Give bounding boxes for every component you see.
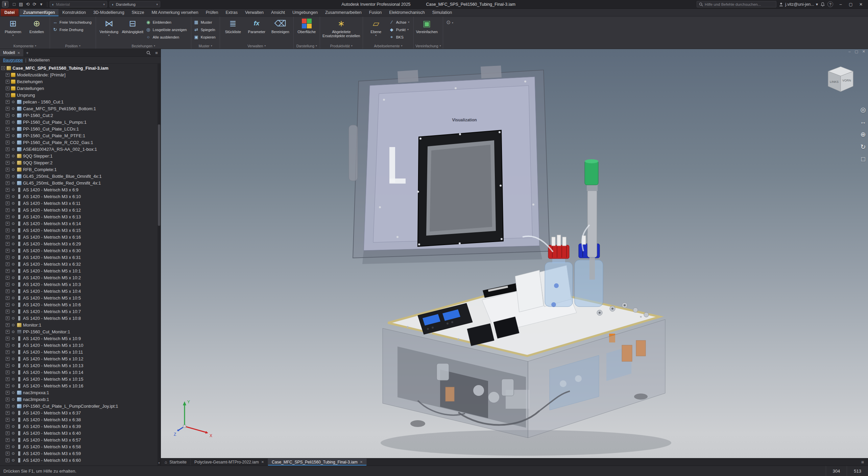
undo-icon[interactable]: ⟲: [24, 2, 31, 7]
app-menu-icon[interactable]: I: [2, 1, 8, 7]
ribbon-tab-ansicht[interactable]: Ansicht: [267, 9, 289, 16]
expand-icon[interactable]: +: [6, 384, 9, 388]
browser-node[interactable]: +⊙Case_MFC_SPS_Peli1560_Bottom:1: [6, 105, 157, 112]
browser-node[interactable]: +⊙AS 1420 - Metrisch M3 x 6:58: [6, 443, 157, 450]
ribbon-button-verbindung[interactable]: ⋈Verbindung▾: [98, 17, 120, 43]
expand-icon[interactable]: +: [6, 201, 9, 205]
expand-icon[interactable]: +: [6, 377, 9, 381]
close-icon[interactable]: ✕: [17, 51, 20, 55]
browser-node[interactable]: +Modellzustände: [Primär]: [6, 71, 157, 78]
expand-icon[interactable]: +: [6, 269, 9, 273]
browser-node[interactable]: +Ursprung: [6, 92, 157, 98]
ribbon-button-freie-drehung[interactable]: ↻Freie Drehung: [52, 26, 94, 33]
expand-icon[interactable]: +: [6, 161, 9, 165]
notification-bell-icon[interactable]: [820, 2, 825, 7]
browser-node[interactable]: +⊙AS 1420 - Metrisch M3 x 6:11: [6, 200, 157, 207]
browser-node[interactable]: +⊙AS 1420 - Metrisch M3 x 6:10: [6, 193, 157, 200]
expand-icon[interactable]: +: [6, 323, 9, 327]
ribbon-tab-konstruktion[interactable]: Konstruktion: [58, 9, 89, 16]
browser-node[interactable]: +⊙AS 1420 - Metrisch M5 x 10:3: [6, 281, 157, 288]
browser-node[interactable]: +⊙AS 1420 - Metrisch M5 x 10:14: [6, 369, 157, 376]
browser-node[interactable]: +⊙GL45_250mL_Bottle_Blue_Omnifit_4x:1: [6, 173, 157, 180]
expand-icon[interactable]: +: [6, 337, 9, 340]
expand-icon[interactable]: +: [6, 364, 9, 367]
doc-tab-polyclave-gesamt-mtpro-2022-iam[interactable]: Polyclave-Gesamt-MTPro-2022.iam✕: [191, 458, 268, 466]
ribbon-tab-datei[interactable]: Datei: [1, 9, 19, 16]
lid-monitor-screen[interactable]: [417, 130, 503, 246]
browser-node[interactable]: +⊙AS 1420 - Metrisch M3 x 6:39: [6, 423, 157, 430]
ribbon-tab-extras[interactable]: Extras: [222, 9, 241, 16]
browser-node[interactable]: +⊙PP-1560_Cut_Plate_R_CO2_Gas:1: [6, 139, 157, 146]
ribbon-overflow-menu[interactable]: ⊙▾: [443, 17, 457, 49]
model-3d-scene[interactable]: Visualization: [161, 49, 868, 458]
browser-node[interactable]: +⊙AS 1420 - Metrisch M3 x 6:32: [6, 261, 157, 267]
expand-icon[interactable]: +: [6, 73, 9, 77]
ribbon-group-label-komponente[interactable]: Komponente▾: [2, 43, 48, 49]
browser-node[interactable]: +⊙PP-1560_Cut_Plate_LCDs:1: [6, 125, 157, 132]
browser-node[interactable]: +⊙9QQ Stepper:2: [6, 159, 157, 166]
browser-node[interactable]: +⊙nac3mpxxb:1: [6, 396, 157, 403]
expand-icon[interactable]: +: [6, 458, 9, 462]
ribbon-button-spiegeln[interactable]: ⇄Spiegeln: [193, 26, 218, 33]
expand-icon[interactable]: +: [6, 93, 9, 97]
browser-node[interactable]: +⊙AS 1420 - Metrisch M5 x 10:15: [6, 376, 157, 382]
expand-icon[interactable]: +: [6, 371, 9, 374]
expand-icon[interactable]: +: [6, 391, 9, 395]
ribbon-button-ebene[interactable]: ▱Ebene▾: [365, 17, 387, 43]
expand-icon[interactable]: +: [6, 141, 9, 144]
browser-node[interactable]: +⊙AS 1420 - Metrisch M3 x 6:9: [6, 186, 157, 193]
browser-scrollbar[interactable]: ▾: [158, 64, 161, 466]
expand-icon[interactable]: +: [6, 316, 9, 320]
ribbon-button-punkt[interactable]: ◆Punkt▾: [388, 26, 412, 33]
expand-icon[interactable]: +: [6, 249, 9, 253]
ribbon-group-label-produktivit-t[interactable]: Produktivität▾: [322, 43, 361, 49]
ribbon-button-alle-ausblenden[interactable]: ○Alle ausblenden: [145, 33, 189, 41]
browser-node[interactable]: +⊙AS 1420 - Metrisch M5 x 10:4: [6, 288, 157, 294]
expand-icon[interactable]: +: [6, 188, 9, 192]
close-button[interactable]: ✕: [856, 0, 866, 8]
viewface-icon[interactable]: □: [861, 156, 865, 163]
expand-icon[interactable]: +: [6, 425, 9, 428]
doc-minimize-button[interactable]: –: [848, 49, 850, 54]
ribbon-button-achse[interactable]: ∕Achse▾: [388, 19, 412, 26]
browser-subtab-modellieren[interactable]: Modellieren: [29, 58, 50, 63]
ribbon-button-vereinfachen[interactable]: ▣Vereinfachen: [415, 17, 438, 43]
browser-root-node[interactable]: −Case_MFC_SPS_Peli1560_Tubing_Final-3.ia…: [1, 65, 157, 71]
doc-tab-startseite[interactable]: ⌂Startseite: [161, 458, 191, 466]
browser-node[interactable]: +⊙AS 1420 - Metrisch M5 x 10:2: [6, 274, 157, 281]
ribbon-button-oberfl-che[interactable]: Oberfläche: [295, 17, 318, 43]
scroll-down-icon[interactable]: ▾: [158, 461, 161, 466]
ribbon-tab-simulation[interactable]: Simulation: [429, 9, 456, 16]
expand-icon[interactable]: +: [6, 398, 9, 401]
ribbon-group-label-beziehungen[interactable]: Beziehungen▾: [98, 43, 189, 49]
expand-icon[interactable]: +: [6, 343, 9, 347]
ribbon-tab-zusammenf-gen[interactable]: Zusammenfügen: [20, 9, 59, 16]
collapse-icon[interactable]: −: [1, 66, 5, 70]
expand-icon[interactable]: +: [6, 431, 9, 435]
expand-icon[interactable]: +: [6, 283, 9, 286]
browser-node[interactable]: +⊙AS 1420 - Metrisch M3 x 6:12: [6, 207, 157, 213]
browser-tab-modell[interactable]: Modell ✕: [0, 49, 23, 56]
new-file-icon[interactable]: □: [11, 2, 18, 7]
expand-icon[interactable]: +: [6, 330, 9, 334]
orbit-icon[interactable]: ↻: [861, 143, 866, 151]
browser-node[interactable]: +⊙AS 1420 - Metrisch M5 x 10:12: [6, 355, 157, 362]
browser-node[interactable]: +⊙AS 1420 - Metrisch M3 x 6:13: [6, 213, 157, 220]
expand-icon[interactable]: +: [6, 147, 9, 151]
ribbon-group-label-position[interactable]: Position▾: [52, 43, 94, 49]
browser-node[interactable]: +⊙pelican - 1560_Cut:1: [6, 98, 157, 105]
expand-icon[interactable]: +: [6, 438, 9, 442]
expand-icon[interactable]: +: [6, 181, 9, 185]
browser-node[interactable]: +⊙AS 1420 - Metrisch M3 x 6:15: [6, 227, 157, 234]
ribbon-tab-fusion[interactable]: Fusion: [365, 9, 386, 16]
expand-icon[interactable]: +: [6, 229, 9, 232]
ribbon-button-freie-verschiebung[interactable]: ↔Freie Verschiebung: [52, 19, 94, 26]
ribbon-button-st-ckliste[interactable]: ≣Stückliste: [222, 17, 244, 43]
browser-node[interactable]: +⊙AS 1420 - Metrisch M5 x 10:16: [6, 382, 157, 389]
close-icon[interactable]: ✕: [360, 460, 363, 464]
expand-icon[interactable]: +: [6, 289, 9, 293]
minimize-button[interactable]: –: [836, 0, 846, 8]
browser-search-icon[interactable]: [144, 49, 152, 56]
bottle-red-cap[interactable]: [545, 235, 573, 307]
doc-close-button[interactable]: ✕: [862, 49, 865, 54]
